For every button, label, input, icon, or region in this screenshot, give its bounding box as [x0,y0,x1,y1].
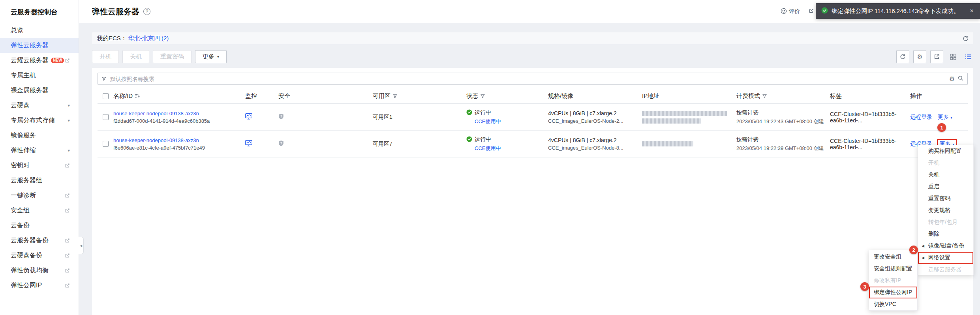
cce-in-use-link[interactable]: CCE使用中 [475,118,548,125]
sidebar-item-security-group[interactable]: 安全组 [0,203,79,218]
cce-in-use-link[interactable]: CCE使用中 [475,145,548,152]
server-list-card: ⚙ 名称/ID 监控 安全 可用区 状态 规格/镜像 IP地址 计费模式 标签 … [92,68,973,315]
menu-item-label: 开机 [928,159,939,167]
refresh-icon[interactable] [963,36,969,41]
menu-item-label: 更改安全组 [874,253,901,261]
toast-close-icon[interactable]: × [970,7,974,15]
search-icon[interactable] [958,75,963,82]
sidebar-item-keypair[interactable]: 密钥对 [0,158,79,173]
security-shield-icon[interactable] [278,141,284,148]
menu-item-label: 重置密码 [928,195,950,202]
settings-gear-button[interactable]: ⚙ [913,50,926,63]
select-all-checkbox[interactable] [103,93,109,99]
server-name-link[interactable]: house-keeper-nodepool-09138-axz3n [113,137,245,143]
menu-item-power-off[interactable]: 关机 [918,169,973,181]
sidebar-item-bare-metal[interactable]: 裸金属服务器 [0,83,79,98]
console-title: 云服务器控制台 [0,0,79,23]
billing-created-time: 2023/05/04 19:22:39 GMT+08:00 创建 [736,145,830,152]
chevron-down-icon: ▾ [68,118,70,123]
sidebar-item-one-click-diagnosis[interactable]: 一键诊断 [0,188,79,203]
sidebar-item-evs[interactable]: 云硬盘▾ [0,98,79,113]
annotation-step-2: 2 [909,246,918,254]
monitor-chart-icon[interactable] [245,141,252,148]
sidebar-item-overview[interactable]: 总览 [0,23,79,38]
feedback-link[interactable]: 评价 [781,8,800,15]
menu-item-buy-same-config[interactable]: 购买相同配置 [918,145,973,157]
filter-funnel-icon[interactable] [481,93,485,99]
server-name-link[interactable]: house-keeper-nodepool-09138-axz3n [113,111,245,116]
billing-created-time: 2023/05/04 19:22:43 GMT+08:00 创建 [736,118,830,125]
content-area: 我的ECS： 华北-北京四 (2) 开机 关机 重置密码 更多▾ ⚙ ⚙ [79,23,980,315]
security-shield-icon[interactable] [278,114,284,121]
menu-item-label: 镜像/磁盘/备份 [928,242,965,249]
spec-line: 4vCPUs | 8GiB | c7.xlarge.2 [548,110,642,116]
sidebar-item-eip[interactable]: 弹性公网IP [0,278,79,293]
row-checkbox[interactable] [103,141,109,147]
sidebar-item-vbs[interactable]: 云硬盘备份 [0,248,79,263]
spec-line: 4vCPUs | 8GiB | c7.xlarge.2 [548,137,642,143]
menu-item-network-settings[interactable]: ◀网络设置 [918,252,973,264]
monitor-chart-icon[interactable] [245,114,252,121]
link-icon [809,8,814,15]
help-icon[interactable]: ? [143,8,150,15]
sidebar-item-csbs[interactable]: 云服务器备份 [0,233,79,248]
more-actions-button[interactable]: 更多▾ [195,50,227,63]
menu-item-label: 修改私有IP [874,277,901,284]
menu-item-security-group-rules[interactable]: 安全组规则配置 [869,263,917,275]
menu-item-migrate-server[interactable]: 迁移云服务器 [918,264,973,276]
sidebar-item-dedicated-host[interactable]: 专属主机 [0,68,79,83]
sidebar-item-elb[interactable]: 弹性负载均衡 [0,263,79,278]
menu-item-reset-password[interactable]: 重置密码 [918,193,973,204]
sidebar-item-hecs[interactable]: 云耀云服务器 NEW [0,53,79,68]
menu-item-power-on[interactable]: 开机 [918,157,973,169]
sidebar-item-label: 专属分布式存储 [11,116,55,125]
card-view-icon[interactable] [948,52,958,62]
power-on-button[interactable]: 开机 [92,50,119,63]
sidebar-item-label: 云耀云服务器 [11,56,49,65]
menu-item-modify-private-ip[interactable]: 修改私有IP [869,275,917,287]
smiley-icon [781,8,787,15]
filter-funnel-icon[interactable] [393,93,397,99]
list-view-icon[interactable] [963,52,973,62]
menu-item-switch-vpc[interactable]: 切换VPC [869,298,917,310]
menu-item-image-disk-backup[interactable]: ◀镜像/磁盘/备份 [918,240,973,252]
sidebar-item-ims[interactable]: 镜像服务 [0,128,79,143]
filter-funnel-icon[interactable] [762,93,767,99]
chevron-down-icon: ▾ [68,148,70,153]
sort-icon[interactable] [135,93,140,99]
more-dropdown-link[interactable]: 更多▾ [938,114,952,121]
sidebar-collapse-handle[interactable]: ◀ [79,237,84,254]
row-checkbox[interactable] [103,114,109,120]
menu-item-label: 绑定弹性公网IP [874,289,912,296]
chevron-down-icon: ▾ [217,54,219,59]
az-cell: 可用区1 [373,114,466,121]
sidebar-item-server-group[interactable]: 云服务器组 [0,173,79,188]
menu-item-change-security-group[interactable]: 更改安全组 [869,251,917,263]
export-button[interactable] [930,50,943,63]
search-input[interactable] [109,75,946,82]
reset-password-button[interactable]: 重置密码 [153,50,191,63]
sidebar-item-as[interactable]: 弹性伸缩▾ [0,143,79,158]
power-off-button[interactable]: 关机 [122,50,149,63]
menu-item-delete[interactable]: 删除 [918,228,973,240]
success-toast: 绑定弹性公网IP 114.116.246.143命令下发成功。 × [816,3,980,19]
menu-item-restart[interactable]: 重启 [918,181,973,193]
menu-item-modify-spec[interactable]: 变更规格 [918,204,973,216]
remote-login-link[interactable]: 远程登录 [910,114,932,121]
search-settings-icon[interactable]: ⚙ [949,76,955,82]
menu-item-label: 转包年/包月 [928,219,957,226]
refresh-list-button[interactable] [896,50,909,63]
sidebar-item-label: 一键诊断 [11,191,36,200]
sidebar-item-dss[interactable]: 专属分布式存储▾ [0,113,79,128]
menu-item-change-billing[interactable]: 转包年/包月 [918,216,973,228]
menu-item-label: 购买相同配置 [928,148,961,155]
external-link-icon [65,253,70,258]
menu-item-bind-eip[interactable]: 绑定弹性公网IP [869,287,917,298]
sidebar-item-cbr[interactable]: 云备份 [0,218,79,233]
tag-cell: CCE-Cluster-ID=1bf333b5-ea6b-11ed-... [830,138,910,150]
sidebar-item-ecs[interactable]: 弹性云服务器 [0,38,79,53]
search-bar: ⚙ [98,73,968,85]
column-header-tag: 标签 [830,92,842,100]
region-selector[interactable]: 华北-北京四 (2) [128,35,169,42]
image-line: CCE_images_EulerOS-Node-2... [548,118,642,124]
